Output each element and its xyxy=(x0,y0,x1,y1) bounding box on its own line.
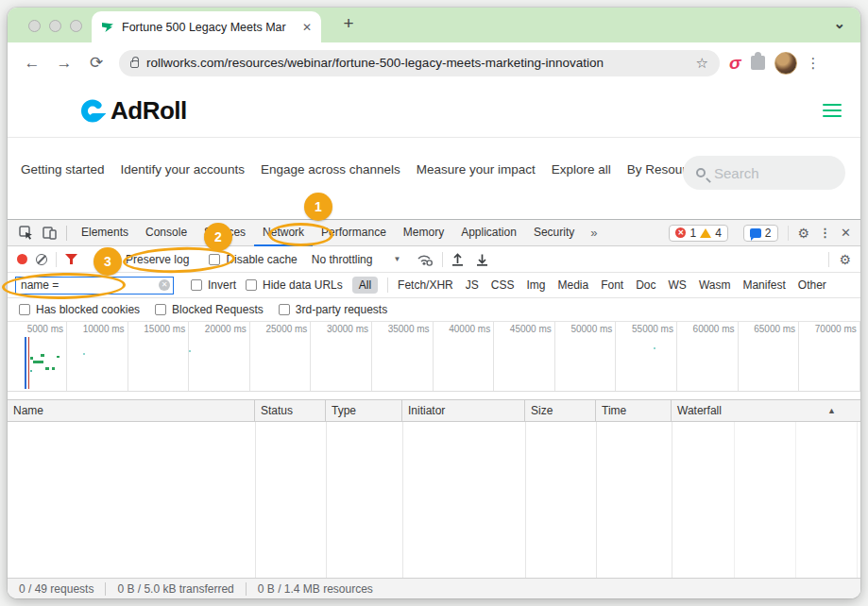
type-filter-fetch-xhr[interactable]: Fetch/XHR xyxy=(398,278,453,292)
col-header-name[interactable]: Name xyxy=(8,400,255,421)
disable-cache-checkbox[interactable]: Disable cache xyxy=(209,253,297,266)
devtools-tab-memory[interactable]: Memory xyxy=(395,220,452,245)
warning-count: 4 xyxy=(715,227,722,240)
type-filter-ws[interactable]: WS xyxy=(669,278,687,292)
address-bar[interactable]: rollworks.com/resources/webinar/fortune-… xyxy=(119,50,720,76)
devtools-settings-gear-icon[interactable]: ⚙ xyxy=(798,226,810,241)
console-issues-badge[interactable]: ✕ 1 4 xyxy=(669,225,727,242)
col-header-status[interactable]: Status xyxy=(255,400,326,421)
export-har-icon[interactable] xyxy=(476,253,488,266)
type-filter-media[interactable]: Media xyxy=(557,278,588,292)
back-button[interactable]: ← xyxy=(21,54,43,73)
hamburger-menu-icon[interactable] xyxy=(823,100,842,121)
record-network-log-button[interactable] xyxy=(17,254,27,264)
traffic-lights[interactable] xyxy=(28,20,82,32)
devtools-tab-application[interactable]: Application xyxy=(452,220,525,245)
clear-filter-icon[interactable]: ✕ xyxy=(159,279,170,291)
close-tab-icon[interactable]: ✕ xyxy=(302,21,312,34)
divider xyxy=(442,252,443,267)
type-filter-font[interactable]: Font xyxy=(601,278,623,292)
nav-measure-impact[interactable]: Measure your impact xyxy=(417,155,536,177)
type-filter-wasm[interactable]: Wasm xyxy=(699,278,731,292)
checkbox-unchecked-icon[interactable] xyxy=(209,254,220,265)
hide-data-urls-checkbox[interactable]: Hide data URLs xyxy=(246,278,343,292)
filter-input-wrap: ✕ xyxy=(15,277,174,295)
type-filter-js[interactable]: JS xyxy=(466,278,479,292)
nav-explore-all[interactable]: Explore all xyxy=(552,155,611,177)
browser-menu-icon[interactable]: ⋮ xyxy=(807,55,821,72)
devtools-tab-security[interactable]: Security xyxy=(525,220,583,245)
devtools-close-icon[interactable]: ✕ xyxy=(841,226,851,240)
network-status-bar: 0 / 49 requests 0 B / 5.0 kB transferred… xyxy=(8,578,860,598)
bookmark-star-icon[interactable]: ☆ xyxy=(696,55,708,72)
browser-titlebar: Fortune 500 Legacy Meets Mar ✕ + ⌄ xyxy=(8,8,860,42)
divider xyxy=(387,278,388,293)
checkbox-unchecked-icon[interactable] xyxy=(246,279,257,291)
checkbox-checked-icon[interactable] xyxy=(109,254,120,265)
site-search[interactable] xyxy=(683,156,845,190)
clear-network-log-icon[interactable] xyxy=(36,254,47,265)
close-window-icon[interactable] xyxy=(28,20,41,32)
checkbox-unchecked-icon[interactable] xyxy=(19,304,30,315)
site-nav: Getting started Identify your accounts E… xyxy=(8,138,860,219)
devtools-tab-elements[interactable]: Elements xyxy=(73,220,137,245)
checkbox-unchecked-icon[interactable] xyxy=(155,304,166,315)
checkbox-unchecked-icon[interactable] xyxy=(279,304,290,315)
type-filter-all[interactable]: All xyxy=(352,277,378,294)
network-filter-input[interactable] xyxy=(15,277,174,295)
extensions-puzzle-icon[interactable] xyxy=(751,56,765,70)
inspect-element-icon[interactable] xyxy=(17,225,34,242)
tabs-menu-chevron-icon[interactable]: ⌄ xyxy=(833,15,845,32)
profile-avatar[interactable] xyxy=(774,52,797,75)
blocked-requests-checkbox[interactable]: Blocked Requests xyxy=(155,303,264,316)
network-settings-gear-icon[interactable]: ⚙ xyxy=(839,252,851,267)
more-tabs-button[interactable]: » xyxy=(583,226,604,240)
devtools-tab-sources[interactable]: Sources xyxy=(196,220,254,245)
col-header-type[interactable]: Type xyxy=(326,400,402,421)
zoom-window-icon[interactable] xyxy=(70,20,82,32)
devtools-menu-icon[interactable]: ⋮ xyxy=(819,226,831,240)
device-toolbar-icon[interactable] xyxy=(41,225,58,242)
messages-badge[interactable]: 2 xyxy=(743,225,778,242)
site-search-input[interactable] xyxy=(714,165,818,181)
invert-checkbox[interactable]: Invert xyxy=(191,278,236,292)
adroll-logo[interactable]: AdRoll xyxy=(80,96,187,126)
type-filter-other[interactable]: Other xyxy=(798,278,826,292)
warning-icon xyxy=(700,228,711,238)
reload-button[interactable]: ⟳ xyxy=(85,53,108,73)
col-header-initiator[interactable]: Initiator xyxy=(402,400,525,421)
devtools-tab-performance[interactable]: Performance xyxy=(313,220,395,245)
has-blocked-cookies-checkbox[interactable]: Has blocked cookies xyxy=(19,303,140,316)
nav-identify-accounts[interactable]: Identify your accounts xyxy=(121,155,245,177)
filter-funnel-icon[interactable] xyxy=(65,254,77,265)
devtools-tab-network[interactable]: Network xyxy=(254,220,313,246)
timeline-tick: 45000 ms xyxy=(510,324,552,334)
type-filter-css[interactable]: CSS xyxy=(491,278,515,292)
devtools-tab-console[interactable]: Console xyxy=(137,220,196,245)
throttling-select[interactable]: No throttling ▼ xyxy=(312,253,401,266)
nav-engage-channels[interactable]: Engage across channels xyxy=(261,155,400,177)
col-header-waterfall[interactable]: Waterfall ▲ xyxy=(672,400,860,421)
requests-table-body[interactable] xyxy=(8,422,860,578)
sort-ascending-icon[interactable]: ▲ xyxy=(827,400,836,421)
col-header-time[interactable]: Time xyxy=(596,400,672,421)
browser-tab[interactable]: Fortune 500 Legacy Meets Mar ✕ xyxy=(92,11,321,42)
extension-icon[interactable]: σ xyxy=(729,53,741,74)
new-tab-button[interactable]: + xyxy=(336,13,361,34)
third-party-requests-checkbox[interactable]: 3rd-party requests xyxy=(279,303,387,316)
network-conditions-icon[interactable] xyxy=(417,253,434,266)
nav-getting-started[interactable]: Getting started xyxy=(21,155,105,177)
invert-label: Invert xyxy=(208,278,236,292)
preserve-log-checkbox[interactable]: Preserve log xyxy=(109,253,189,266)
minimize-window-icon[interactable] xyxy=(49,20,61,32)
import-har-icon[interactable] xyxy=(451,253,464,266)
checkbox-unchecked-icon[interactable] xyxy=(191,279,202,291)
forward-button[interactable]: → xyxy=(53,54,76,73)
type-filter-img[interactable]: Img xyxy=(526,278,545,292)
network-overview-timeline[interactable]: 5000 ms 10000 ms 15000 ms 20000 ms 25000… xyxy=(8,322,860,392)
col-header-size[interactable]: Size xyxy=(525,400,596,421)
type-filter-manifest[interactable]: Manifest xyxy=(742,278,785,292)
url-text[interactable]: rollworks.com/resources/webinar/fortune-… xyxy=(146,56,689,70)
type-filter-doc[interactable]: Doc xyxy=(636,278,655,292)
blocked-requests-label: Blocked Requests xyxy=(172,303,264,316)
